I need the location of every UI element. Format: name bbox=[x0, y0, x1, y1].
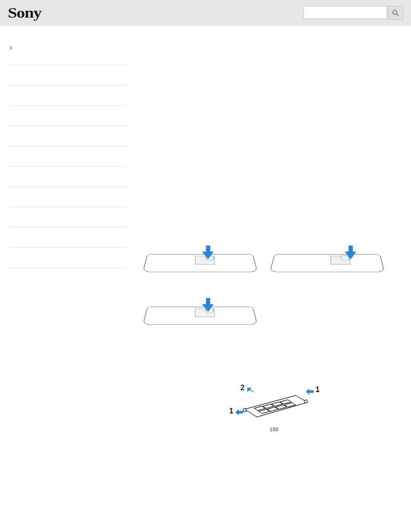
search-wrap bbox=[303, 6, 403, 20]
arrow-left-icon bbox=[306, 389, 314, 396]
sidebar-nav-list bbox=[9, 65, 126, 268]
tablet-outline bbox=[270, 254, 385, 272]
main-content: 2 1 1 bbox=[126, 43, 411, 432]
sidebar-item[interactable] bbox=[9, 166, 126, 187]
tablet-outline bbox=[143, 254, 258, 272]
content-spacer bbox=[147, 43, 401, 250]
memory-module-drawing bbox=[235, 388, 313, 422]
content-gap bbox=[147, 333, 401, 385]
sidebar-item[interactable] bbox=[9, 187, 126, 207]
sidebar-item[interactable] bbox=[9, 146, 126, 166]
callout-label-1b: 1 bbox=[315, 385, 320, 394]
sidebar-item[interactable] bbox=[9, 227, 126, 247]
svg-point-0 bbox=[393, 10, 397, 14]
device-figure-3 bbox=[147, 307, 253, 333]
tablet-outline bbox=[143, 307, 258, 325]
search-button[interactable] bbox=[388, 6, 403, 20]
device-figure-1 bbox=[147, 254, 253, 281]
sidebar-item[interactable] bbox=[9, 126, 126, 146]
device-figure-2 bbox=[274, 254, 380, 281]
search-input[interactable] bbox=[303, 6, 387, 19]
sidebar-item[interactable] bbox=[9, 106, 126, 126]
sidebar-item[interactable] bbox=[9, 247, 126, 268]
arrow-down-icon bbox=[202, 298, 214, 312]
page-body: › bbox=[0, 26, 411, 441]
arrow-down-icon bbox=[345, 246, 357, 259]
device-illustration-row bbox=[147, 254, 401, 333]
chevron-right-icon: › bbox=[9, 43, 12, 52]
sidebar-item[interactable] bbox=[9, 85, 126, 106]
sidebar-item[interactable] bbox=[9, 65, 126, 85]
arrow-up-left-icon bbox=[247, 388, 256, 396]
brand-logo: Sony bbox=[8, 5, 41, 21]
callout-label-2: 2 bbox=[240, 383, 245, 392]
sidebar: › bbox=[9, 43, 126, 432]
callout-label-1a: 1 bbox=[229, 407, 234, 416]
sidebar-item[interactable] bbox=[9, 207, 126, 227]
page-number: 188 bbox=[147, 426, 401, 432]
svg-line-1 bbox=[396, 14, 399, 16]
header-bar: Sony bbox=[0, 0, 411, 26]
arrow-left-icon bbox=[235, 409, 243, 417]
search-icon bbox=[392, 9, 399, 17]
memory-module-figure: 2 1 1 bbox=[235, 388, 313, 424]
arrow-down-icon bbox=[202, 246, 214, 259]
